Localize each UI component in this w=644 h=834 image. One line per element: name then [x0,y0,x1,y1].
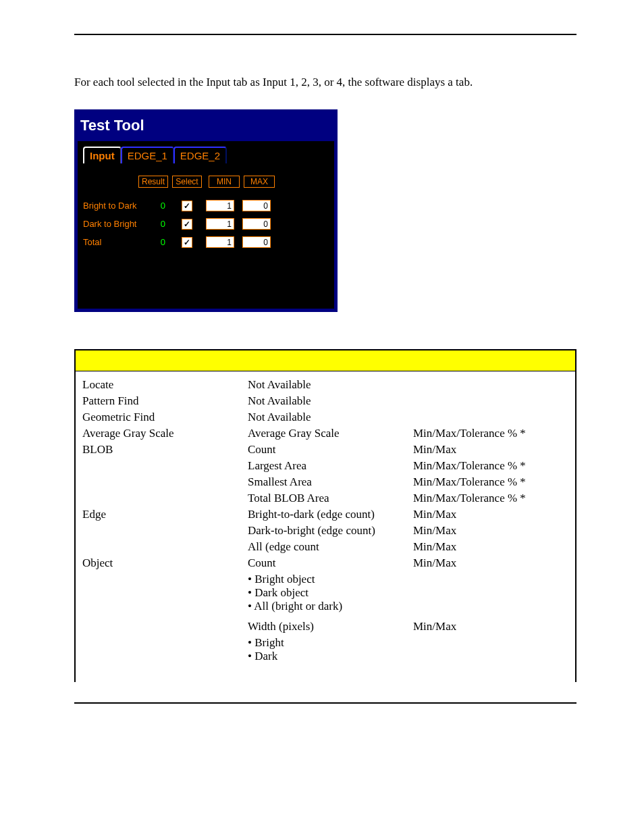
table-row: LocateNot Available [82,378,568,392]
col-range: Min/Max/Tolerance % * [413,459,568,473]
table-row: Smallest AreaMin/Max/Tolerance % * [82,475,568,489]
panel-tabs: Input EDGE_1 EDGE_2 [83,147,330,163]
col-range: Min/Max [413,540,568,554]
row-label: Dark to Bright [83,219,145,229]
row-result: 0 [145,201,172,211]
col-option: All (edge count [248,540,413,554]
table-row: Dark-to-bright (edge count)Min/Max [82,524,568,538]
table-row: Total BLOB AreaMin/Max/Tolerance % * [82,492,568,505]
table-row: ObjectCountMin/Max [82,556,568,570]
max-input[interactable] [242,236,271,248]
table-row: Largest AreaMin/Max/Tolerance % * [82,459,568,473]
col-option: Not Available [248,378,413,392]
col-range: Min/Max/Tolerance % * [413,427,568,440]
table-row: BLOBCountMin/Max [82,443,568,457]
intro-paragraph: For each tool selected in the Input tab … [74,76,576,89]
bullet-item: Bright object [248,573,413,586]
min-input[interactable] [206,218,234,230]
col-option: Average Gray Scale [248,427,413,440]
col-tool: Object [82,556,248,570]
header-select: Select [172,176,202,188]
table-row: Pattern FindNot Available [82,394,568,408]
header-result: Result [138,176,168,188]
bullet-list: BrightDark [248,636,413,663]
header-rule [74,34,576,35]
select-checkbox[interactable]: ✓ [182,237,192,248]
column-headers: Result Select MIN MAX [138,176,330,188]
table-row: Geometric FindNot Available [82,411,568,424]
panel-title: Test Tool [78,113,334,141]
bullet-item: Dark object [248,586,413,600]
table-subrow: Bright objectDark objectAll (bright or d… [82,573,568,617]
col-option: Bright-to-dark (edge count) [248,508,413,521]
col-option: Dark-to-bright (edge count) [248,524,413,538]
col-tool: Pattern Find [82,394,248,408]
grid-row: Dark to Bright0✓ [83,218,330,230]
col-tool: BLOB [82,443,248,457]
col-option: Count [248,443,413,457]
select-checkbox[interactable]: ✓ [182,201,192,211]
table-row: Width (pixels)Min/Max [82,620,568,633]
tab-edge-1[interactable]: EDGE_1 [121,147,174,163]
col-range: Min/Max [413,556,568,570]
row-label: Total [83,237,145,247]
footer-rule [74,702,576,704]
col-tool: Average Gray Scale [82,427,248,440]
tab-input[interactable]: Input [83,147,122,163]
col-option: Largest Area [248,459,413,473]
options-table: LocateNot AvailablePattern FindNot Avail… [74,349,576,682]
col-option: Not Available [248,394,413,408]
col-range: Min/Max [413,508,568,521]
col-option: Width (pixels) [248,620,413,633]
max-input[interactable] [242,218,271,230]
row-label: Bright to Dark [83,201,145,211]
table-row: EdgeBright-to-dark (edge count)Min/Max [82,508,568,521]
min-input[interactable] [206,200,234,211]
select-checkbox[interactable]: ✓ [182,219,192,230]
header-max: MAX [244,176,275,188]
table-row: Average Gray ScaleAverage Gray ScaleMin/… [82,427,568,440]
col-range: Min/Max [413,443,568,457]
tab-edge-2[interactable]: EDGE_2 [173,147,227,163]
grid-row: Bright to Dark0✓ [83,200,330,211]
col-range: Min/Max/Tolerance % * [413,475,568,489]
col-tool: Locate [82,378,248,392]
options-table-header [76,350,575,371]
col-option: Total BLOB Area [248,492,413,505]
test-tool-panel: Test Tool Input EDGE_1 EDGE_2 Result Sel… [74,109,338,312]
grid-row: Total0✓ [83,236,330,248]
col-tool: Edge [82,508,248,521]
col-option: Count [248,556,413,570]
max-input[interactable] [242,200,271,211]
bullet-list: Bright objectDark objectAll (bright or d… [248,573,413,613]
col-range: Min/Max [413,524,568,538]
bullet-item: Bright [248,636,413,650]
col-tool: Geometric Find [82,411,248,424]
col-option: Not Available [248,411,413,424]
row-result: 0 [145,237,172,247]
table-row: All (edge countMin/Max [82,540,568,554]
table-subrow: BrightDark [82,636,568,667]
header-min: MIN [209,176,240,188]
bullet-item: All (bright or dark) [248,600,413,613]
min-input[interactable] [206,236,234,248]
col-range: Min/Max [413,620,568,633]
bullet-item: Dark [248,650,413,663]
row-result: 0 [145,219,172,229]
col-range: Min/Max/Tolerance % * [413,492,568,505]
col-option: Smallest Area [248,475,413,489]
